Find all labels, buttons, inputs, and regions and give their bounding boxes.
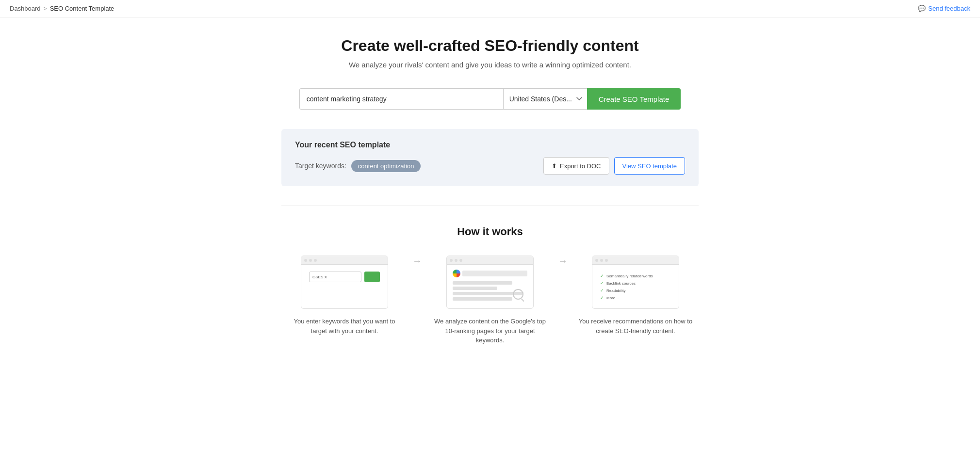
breadcrumb-home[interactable]: Dashboard xyxy=(10,5,41,12)
recent-template-row: Target keywords: content optimization ⬆ … xyxy=(295,157,685,175)
result-line-1 xyxy=(453,281,512,285)
section-divider xyxy=(281,206,699,206)
keyword-badge: content optimization xyxy=(351,160,421,172)
dot-5 xyxy=(455,259,457,262)
search-bar: United States (Des... United Kingdom Can… xyxy=(281,88,699,110)
browser-mock-2 xyxy=(447,256,533,308)
google-circle xyxy=(453,270,460,277)
send-feedback-link[interactable]: 💬 Send feedback xyxy=(918,5,970,12)
country-select[interactable]: United States (Des... United Kingdom Can… xyxy=(503,88,587,110)
recent-template-section: Your recent SEO template Target keywords… xyxy=(281,129,699,186)
step-1: GSES X You enter keywords that you want … xyxy=(281,256,408,336)
view-seo-template-button[interactable]: View SEO template xyxy=(614,157,685,175)
dot-7 xyxy=(595,259,598,262)
main-content: Create well-crafted SEO-friendly content… xyxy=(272,17,708,374)
check-icon-3: ✓ xyxy=(600,288,604,293)
dot-9 xyxy=(605,259,608,262)
check-icon-4: ✓ xyxy=(600,295,604,300)
step-3-text: You receive recommendations on how to cr… xyxy=(572,317,699,336)
dot-2 xyxy=(309,259,312,262)
browser-body-1: GSES X xyxy=(301,265,388,289)
hero-title: Create well-crafted SEO-friendly content xyxy=(281,37,699,55)
target-keywords: Target keywords: content optimization xyxy=(295,160,421,172)
step-3: ✓ Semantically related words ✓ Backlink … xyxy=(572,256,699,336)
check-label-2: Backlink sources xyxy=(606,281,636,286)
template-actions: ⬆ Export to DOC View SEO template xyxy=(543,157,685,175)
titlebar-1 xyxy=(301,256,388,265)
step-3-illustration: ✓ Semantically related words ✓ Backlink … xyxy=(592,256,679,309)
feedback-icon: 💬 xyxy=(918,5,926,12)
check-icon-1: ✓ xyxy=(600,273,604,278)
titlebar-3 xyxy=(592,256,679,265)
step-2: We analyze content on the Google's top 1… xyxy=(427,256,553,345)
check-label-3: Readability xyxy=(606,289,626,293)
breadcrumb-separator: > xyxy=(44,5,47,12)
breadcrumb: Dashboard > SEO Content Template xyxy=(10,5,114,12)
create-seo-template-button[interactable]: Create SEO Template xyxy=(587,88,681,110)
how-it-works-title: How it works xyxy=(281,225,699,238)
dot-4 xyxy=(450,259,453,262)
check-icon-2: ✓ xyxy=(600,281,604,286)
check-item-4: ✓ More... xyxy=(600,295,671,300)
steps-row: GSES X You enter keywords that you want … xyxy=(281,256,699,345)
result-line-4 xyxy=(453,297,512,301)
step-arrow-2: → xyxy=(553,256,572,296)
google-logo xyxy=(453,270,527,277)
browser-mock-3: ✓ Semantically related words ✓ Backlink … xyxy=(592,256,679,308)
top-bar: Dashboard > SEO Content Template 💬 Send … xyxy=(0,0,980,17)
recent-template-title: Your recent SEO template xyxy=(295,141,685,149)
illus-search-text: GSES X xyxy=(312,275,327,279)
how-it-works-section: How it works GSES X xyxy=(281,225,699,345)
target-keywords-label: Target keywords: xyxy=(295,162,346,170)
check-item-1: ✓ Semantically related words xyxy=(600,273,671,278)
arrow-icon-2: → xyxy=(558,256,568,267)
browser-mock-1: GSES X xyxy=(301,256,388,308)
check-item-3: ✓ Readability xyxy=(600,288,671,293)
browser-body-3: ✓ Semantically related words ✓ Backlink … xyxy=(592,265,679,309)
titlebar-2 xyxy=(447,256,533,265)
google-search-bar xyxy=(462,271,527,276)
arrow-icon-1: → xyxy=(412,256,422,267)
result-line-2 xyxy=(453,287,497,290)
step-1-illustration: GSES X xyxy=(301,256,388,309)
illus-search-box: GSES X xyxy=(309,272,361,282)
hero-section: Create well-crafted SEO-friendly content… xyxy=(281,37,699,69)
export-label: Export to DOC xyxy=(560,162,601,170)
dot-6 xyxy=(459,259,462,262)
country-select-wrapper: United States (Des... United Kingdom Can… xyxy=(503,88,587,110)
export-icon: ⬆ xyxy=(552,162,557,170)
check-item-2: ✓ Backlink sources xyxy=(600,281,671,286)
hero-subtitle: We analyze your rivals' content and give… xyxy=(281,61,699,69)
step-2-illustration xyxy=(446,256,534,309)
check-label-4: More... xyxy=(606,296,619,300)
step-1-text: You enter keywords that you want to targ… xyxy=(281,317,408,336)
search-input[interactable] xyxy=(299,88,503,110)
illus-green-button xyxy=(364,272,380,282)
breadcrumb-current: SEO Content Template xyxy=(50,5,114,12)
dot-8 xyxy=(600,259,603,262)
feedback-label: Send feedback xyxy=(928,5,970,12)
search-magnifier-icon xyxy=(513,289,523,300)
illus-search-row: GSES X xyxy=(309,272,380,282)
step-arrow-1: → xyxy=(408,256,427,296)
browser-body-2 xyxy=(447,265,533,307)
dot-1 xyxy=(304,259,307,262)
step-2-text: We analyze content on the Google's top 1… xyxy=(427,317,553,345)
checklist: ✓ Semantically related words ✓ Backlink … xyxy=(600,272,671,305)
check-label-1: Semantically related words xyxy=(606,274,653,278)
export-to-doc-button[interactable]: ⬆ Export to DOC xyxy=(543,157,609,175)
dot-3 xyxy=(314,259,317,262)
